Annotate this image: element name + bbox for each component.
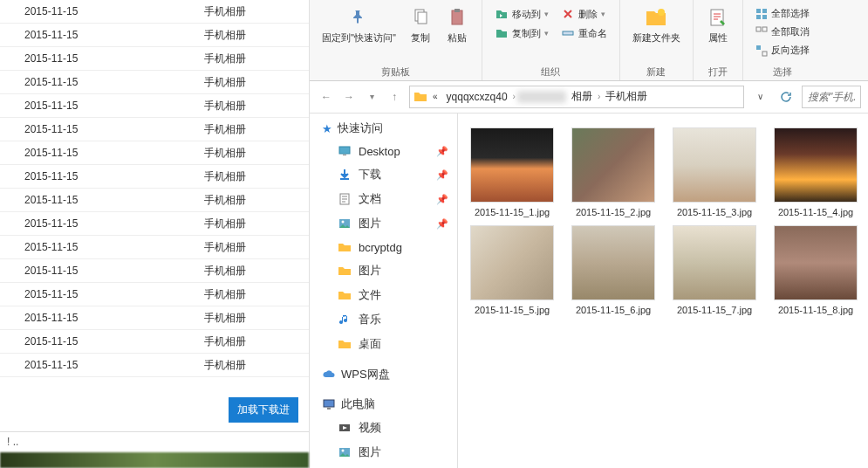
invert-select-button[interactable]: 反向选择 <box>752 42 813 58</box>
svg-rect-17 <box>340 178 349 180</box>
paste-button[interactable]: 粘贴 <box>440 3 475 45</box>
thumbnail-label: 2015-11-15_2.jpg <box>574 206 653 218</box>
nav-history-button[interactable]: ▾ <box>362 87 381 107</box>
breadcrumb-chevron[interactable]: « <box>429 92 441 101</box>
date-cell: 2015-11-15 <box>0 147 201 159</box>
load-more-button[interactable]: 加载下载进 <box>229 397 298 423</box>
sidebar-item-bcryptdg[interactable]: bcryptdg <box>310 236 457 258</box>
thumbnail-image <box>571 225 655 300</box>
properties-button[interactable]: 属性 <box>701 3 735 45</box>
pictures-icon <box>338 445 352 459</box>
sidebar-item-videos[interactable]: 视频 <box>310 416 457 440</box>
search-input[interactable] <box>802 86 861 108</box>
sidebar-item-label: 文档 <box>359 191 381 207</box>
thumbnail-item[interactable]: 2015-11-15_1.jpg <box>461 124 563 222</box>
table-row[interactable]: 2015-11-15手机相册 <box>0 283 309 306</box>
breadcrumb-item-0[interactable]: yqqqxcxzq40 <box>443 91 511 103</box>
sidebar-this-pc[interactable]: 此电脑 <box>310 393 457 416</box>
table-row[interactable]: 2015-11-15手机相册 <box>0 189 309 212</box>
pin-icon <box>346 5 371 30</box>
table-row[interactable]: 2015-11-15手机相册 <box>0 71 309 94</box>
thumbnail-item[interactable]: 2015-11-15_3.jpg <box>664 124 765 222</box>
properties-label: 属性 <box>708 31 728 44</box>
select-all-button[interactable]: 全部选择 <box>752 5 813 22</box>
nav-up-button[interactable]: ↑ <box>385 87 404 107</box>
sidebar-quick-access[interactable]: ★ 快速访问 <box>310 117 457 140</box>
delete-label: 删除 <box>578 8 598 21</box>
chevron-right-icon: › <box>513 92 516 101</box>
breadcrumb-item-2[interactable]: 手机相册 <box>602 89 651 104</box>
move-to-label: 移动到 <box>512 8 541 21</box>
thumbnail-item[interactable]: 2015-11-15_4.jpg <box>765 124 866 222</box>
table-row[interactable]: 2015-11-15手机相册 <box>0 306 309 330</box>
breadcrumb-item-1[interactable]: 相册 <box>568 89 596 104</box>
sidebar-item-label: 图片 <box>359 444 381 460</box>
refresh-button[interactable] <box>776 86 796 107</box>
sidebar-item-文件[interactable]: 文件 <box>310 283 457 307</box>
sidebar-item-pictures-pc[interactable]: 图片 <box>310 440 457 465</box>
type-cell: 手机相册 <box>201 311 309 326</box>
svg-rect-16 <box>343 155 346 155</box>
date-cell: 2015-11-15 <box>0 123 201 135</box>
this-pc-label: 此电脑 <box>341 396 375 412</box>
copy-button[interactable]: 复制 <box>403 3 438 45</box>
sidebar-item-桌面[interactable]: 桌面 <box>310 332 457 356</box>
deselect-all-button[interactable]: 全部取消 <box>752 24 813 40</box>
sidebar-item-label: Desktop <box>359 145 400 158</box>
move-to-button[interactable]: 移动到▾ <box>491 5 552 23</box>
table-row[interactable]: 2015-11-15手机相册 <box>0 47 309 71</box>
pictures-icon <box>338 217 352 231</box>
thumbnail-item[interactable]: 2015-11-15_6.jpg <box>563 222 664 320</box>
left-panel: 2015-11-15手机相册2015-11-15手机相册2015-11-15手机… <box>0 0 310 468</box>
breadcrumb-item-blurred[interactable]: XXXXXX <box>517 91 566 103</box>
sidebar-item-图片[interactable]: 图片📌 <box>310 211 457 236</box>
table-row[interactable]: 2015-11-15手机相册 <box>0 236 309 259</box>
nav-back-button[interactable]: ← <box>317 87 336 107</box>
table-row[interactable]: 2015-11-15手机相册 <box>0 354 309 377</box>
clipboard-group-label: 剪贴板 <box>317 64 475 80</box>
paste-icon <box>445 5 469 30</box>
nav-dropdown-button[interactable]: ∨ <box>749 86 770 107</box>
table-row[interactable]: 2015-11-15手机相册 <box>0 0 309 24</box>
thumbnail-image <box>673 225 756 300</box>
svg-rect-9 <box>756 15 761 19</box>
sidebar-item-下载[interactable]: 下载📌 <box>310 162 457 187</box>
thumbnail-item[interactable]: 2015-11-15_7.jpg <box>664 222 765 320</box>
pin-to-quick-access-button[interactable]: 固定到"快速访问" <box>317 3 401 45</box>
copy-icon <box>408 5 433 30</box>
table-row[interactable]: 2015-11-15手机相册 <box>0 259 309 283</box>
sidebar-item-desktop[interactable]: Desktop📌 <box>310 140 457 162</box>
sidebar-item-label: 音乐 <box>359 312 381 327</box>
bottom-image-strip <box>0 452 309 468</box>
svg-rect-12 <box>762 27 767 31</box>
thumbnail-image <box>470 225 554 300</box>
nav-forward-button[interactable]: → <box>339 87 359 107</box>
ribbon-group-organize: 移动到▾ 复制到▾ 删除▾ 重命名 <box>482 0 620 80</box>
sidebar-item-label: 图片 <box>359 216 381 231</box>
table-row[interactable]: 2015-11-15手机相册 <box>0 165 309 189</box>
table-row[interactable]: 2015-11-15手机相册 <box>0 330 309 354</box>
table-row[interactable]: 2015-11-15手机相册 <box>0 118 309 141</box>
svg-point-5 <box>658 9 665 16</box>
thumbnail-item[interactable]: 2015-11-15_8.jpg <box>765 222 866 320</box>
table-row[interactable]: 2015-11-15手机相册 <box>0 94 309 118</box>
sidebar-item-文档[interactable]: 文档📌 <box>310 187 457 211</box>
sidebar-item-音乐[interactable]: 音乐 <box>310 307 457 332</box>
copy-to-button[interactable]: 复制到▾ <box>491 24 552 42</box>
thumbnail-item[interactable]: 2015-11-15_5.jpg <box>461 222 563 320</box>
sidebar-item-图片[interactable]: 图片 <box>310 258 457 283</box>
thumbnail-item[interactable]: 2015-11-15_2.jpg <box>563 124 664 222</box>
table-row[interactable]: 2015-11-15手机相册 <box>0 212 309 236</box>
thumbnail-image <box>470 127 554 203</box>
table-row[interactable]: 2015-11-15手机相册 <box>0 141 309 165</box>
delete-button[interactable]: 删除▾ <box>557 5 611 23</box>
thumbnail-label: 2015-11-15_4.jpg <box>776 206 855 218</box>
open-group-label: 打开 <box>701 64 735 80</box>
date-cell: 2015-11-15 <box>0 288 201 300</box>
table-row[interactable]: 2015-11-15手机相册 <box>0 24 309 47</box>
sidebar-item-label: 桌面 <box>359 336 381 352</box>
rename-button[interactable]: 重命名 <box>557 24 611 42</box>
new-folder-button[interactable]: 新建文件夹 <box>627 3 686 45</box>
breadcrumb[interactable]: « yqqqxcxzq40 › XXXXXX 相册 › 手机相册 <box>409 86 744 108</box>
sidebar-wps-cloud[interactable]: WPS网盘 <box>310 363 457 386</box>
